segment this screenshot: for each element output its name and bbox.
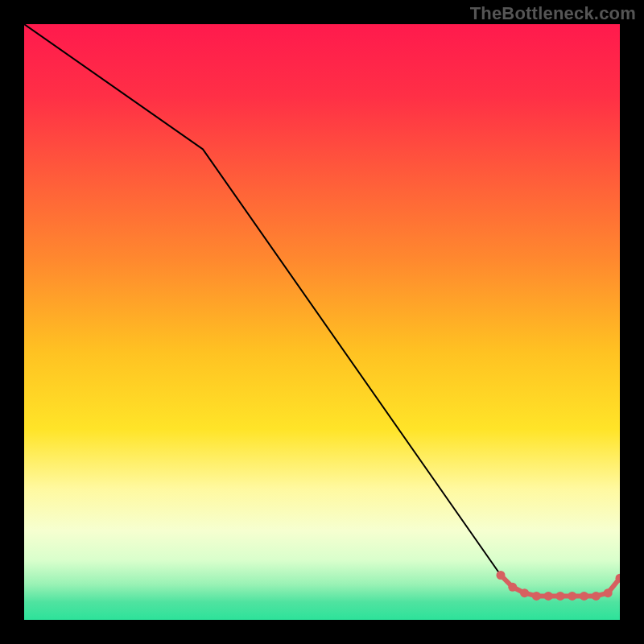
chart-root: TheBottleneck.com xyxy=(0,0,644,644)
chart-canvas xyxy=(24,24,620,620)
watermark-text: TheBottleneck.com xyxy=(470,3,636,24)
plot-area xyxy=(24,24,620,620)
